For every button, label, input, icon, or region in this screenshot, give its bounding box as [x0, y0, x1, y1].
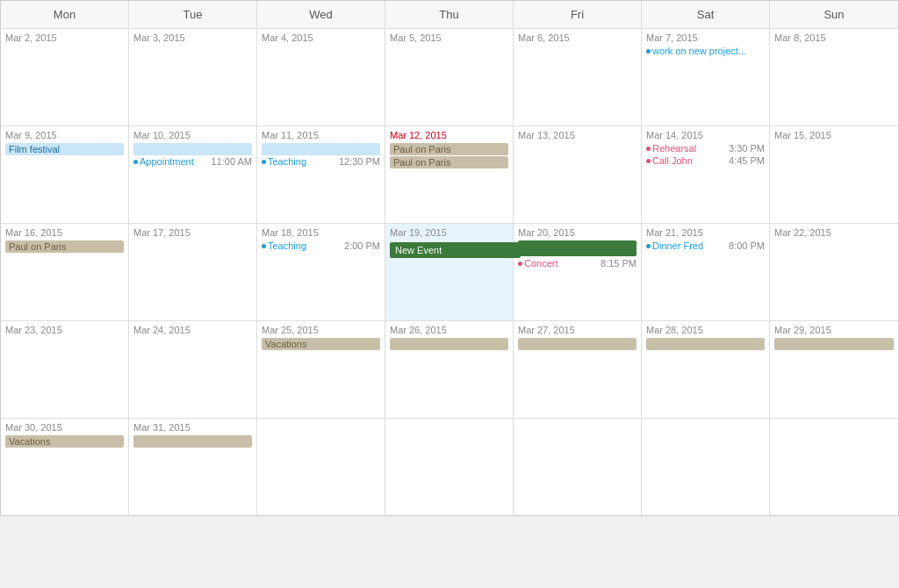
header-day-wed: Wed	[257, 1, 385, 28]
event-dot	[262, 160, 266, 164]
event-dot	[646, 147, 651, 151]
event-dot	[646, 159, 651, 163]
event-dot	[646, 49, 651, 54]
event-allday[interactable]: Paul on Paris	[5, 240, 124, 253]
date-label: Mar 20, 2015	[518, 227, 636, 238]
day-cell: Mar 30, 2015Vacations	[1, 419, 129, 515]
event-timed[interactable]: Teaching12:30 PM	[262, 156, 380, 167]
event-allday-cont	[646, 338, 765, 350]
date-label: Mar 8, 2015	[774, 32, 894, 43]
event-timed[interactable]: Dinner Fred8:00 PM	[646, 240, 765, 251]
event-time: 12:30 PM	[335, 156, 380, 167]
calendar: MonTueWedThuFriSatSun Mar 2, 2015Mar 3, …	[0, 0, 899, 516]
date-label: Mar 26, 2015	[390, 325, 508, 335]
event-timed[interactable]: Appointment11:00 AM	[133, 156, 252, 167]
day-cell: Mar 24, 2015	[129, 321, 257, 418]
day-cell: Mar 23, 2015	[1, 321, 129, 418]
date-label: Mar 17, 2015	[133, 227, 252, 238]
event-new-event[interactable]: New Event	[390, 242, 521, 258]
event-new-event-cont	[518, 240, 636, 256]
event-name: Dinner Fred	[652, 240, 703, 251]
event-time: 8:00 PM	[725, 240, 765, 251]
event-name: Call John	[652, 155, 693, 166]
date-label: Mar 6, 2015	[518, 32, 636, 43]
event-film-festival: Film festival	[5, 143, 124, 155]
day-cell: Mar 21, 2015Dinner Fred8:00 PM	[642, 224, 770, 320]
date-label: Mar 3, 2015	[133, 32, 252, 43]
event-paul-on-paris: Paul on Paris	[390, 143, 508, 155]
day-cell: Mar 29, 2015	[770, 321, 898, 418]
day-cell: Mar 25, 2015Vacations	[257, 321, 385, 418]
date-label: Mar 5, 2015	[390, 32, 508, 43]
day-cell: Mar 9, 2015Film festival	[1, 126, 129, 223]
date-label: Mar 24, 2015	[133, 325, 252, 335]
day-cell	[514, 419, 642, 515]
day-cell: Mar 6, 2015	[514, 29, 642, 125]
day-cell: Mar 3, 2015	[129, 29, 257, 125]
event-timed[interactable]: Call John4:45 PM	[646, 155, 765, 166]
event-allday-cont	[133, 435, 252, 448]
day-cell: Mar 28, 2015	[642, 321, 770, 418]
day-cell: Mar 7, 2015work on new project...	[642, 29, 770, 125]
date-label: Mar 15, 2015	[774, 130, 894, 140]
event-timed[interactable]: Teaching2:00 PM	[262, 240, 380, 251]
date-label: Mar 28, 2015	[646, 325, 765, 335]
date-label: Mar 22, 2015	[774, 227, 894, 238]
header-day-fri: Fri	[514, 1, 642, 28]
event-timed[interactable]: Concert8:15 PM	[518, 258, 636, 269]
week-row-5: Mar 30, 2015VacationsMar 31, 2015	[1, 419, 898, 515]
week-row-2: Mar 9, 2015Film festivalMar 10, 2015 App…	[1, 126, 898, 224]
week-row-3: Mar 16, 2015Paul on ParisMar 17, 2015Mar…	[1, 224, 898, 321]
day-cell: Mar 4, 2015	[257, 29, 385, 125]
weeks-container: Mar 2, 2015Mar 3, 2015Mar 4, 2015Mar 5, …	[1, 29, 898, 515]
event-name: Appointment	[140, 156, 194, 167]
event-film-festival-cont	[262, 143, 380, 155]
event-allday[interactable]: Vacations	[5, 435, 124, 448]
day-cell: Mar 22, 2015	[770, 224, 898, 320]
event-allday-cont	[774, 338, 894, 350]
date-label: Mar 9, 2015	[5, 130, 124, 140]
day-cell: Mar 12, 2015Paul on ParisPaul on Paris	[385, 126, 514, 223]
date-label: Mar 11, 2015	[262, 130, 380, 140]
event-allday-cont	[518, 338, 636, 350]
header-day-sun: Sun	[770, 1, 898, 28]
date-label: Mar 30, 2015	[5, 422, 124, 433]
day-cell	[642, 419, 770, 515]
event-name: Rehearsal	[652, 143, 696, 154]
date-label: Mar 14, 2015	[646, 130, 765, 140]
event-dot	[646, 244, 651, 248]
week-row-4: Mar 23, 2015Mar 24, 2015Mar 25, 2015Vaca…	[1, 321, 898, 419]
event-time: 11:00 AM	[208, 156, 252, 167]
event-allday[interactable]: Vacations	[262, 338, 380, 350]
date-label: Mar 13, 2015	[518, 130, 636, 140]
day-cell: Mar 19, 2015New Event	[385, 224, 514, 320]
date-label: Mar 10, 2015	[133, 130, 252, 140]
event-name: Concert	[524, 258, 558, 269]
day-cell: Mar 13, 2015	[514, 126, 642, 223]
day-cell: Mar 8, 2015	[770, 29, 898, 125]
date-label: Mar 2, 2015	[5, 32, 124, 43]
event-name: Teaching	[268, 240, 306, 251]
header-day-thu: Thu	[385, 1, 514, 28]
event-allday[interactable]: Paul on Paris	[390, 156, 508, 169]
header-day-sat: Sat	[642, 1, 770, 28]
date-label: Mar 12, 2015	[390, 130, 508, 140]
day-cell: Mar 20, 2015 Concert8:15 PM	[514, 224, 642, 320]
event-timed[interactable]: work on new project...	[646, 46, 765, 56]
event-allday-cont	[390, 338, 508, 350]
day-cell: Mar 17, 2015	[129, 224, 257, 320]
week-row-1: Mar 2, 2015Mar 3, 2015Mar 4, 2015Mar 5, …	[1, 29, 898, 126]
day-cell: Mar 27, 2015	[514, 321, 642, 418]
date-label: Mar 31, 2015	[133, 422, 252, 433]
header-day-tue: Tue	[129, 1, 257, 28]
day-cell: Mar 14, 2015Rehearsal3:30 PMCall John4:4…	[642, 126, 770, 223]
date-label: Mar 4, 2015	[262, 32, 380, 43]
event-timed[interactable]: Rehearsal3:30 PM	[646, 143, 765, 154]
event-time: 8:15 PM	[597, 258, 636, 269]
event-time: 2:00 PM	[341, 240, 380, 251]
day-cell	[770, 419, 898, 515]
event-dot	[518, 262, 522, 266]
date-label: Mar 18, 2015	[262, 227, 380, 238]
event-name: work on new project...	[652, 46, 746, 56]
date-label: Mar 23, 2015	[5, 325, 124, 335]
